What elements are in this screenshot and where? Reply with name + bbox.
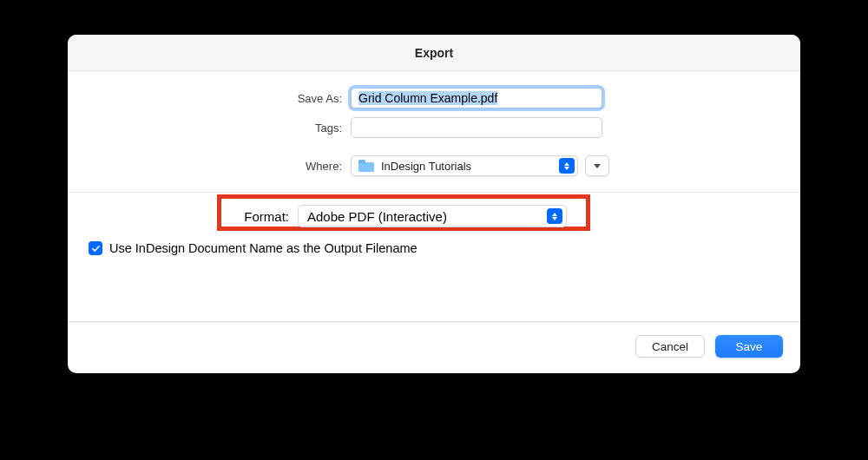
save-as-input[interactable]: [351, 88, 602, 108]
expand-button[interactable]: [585, 155, 609, 176]
save-as-label: Save As:: [89, 92, 351, 105]
cancel-button[interactable]: Cancel: [635, 335, 705, 358]
dialog-title: Export: [415, 46, 453, 60]
updown-stepper-icon: [559, 158, 575, 174]
format-row: Format: Adobe PDF (Interactive): [89, 205, 779, 227]
cancel-button-label: Cancel: [652, 340, 688, 353]
format-label: Format:: [89, 209, 298, 224]
output-filename-checkbox[interactable]: [89, 241, 102, 255]
format-checkbox-section: Format: Adobe PDF (Interactive) Use InDe…: [68, 193, 800, 269]
format-value: Adobe PDF (Interactive): [307, 209, 561, 224]
where-folder-select[interactable]: InDesign Tutorials: [351, 155, 578, 176]
tags-input[interactable]: [351, 117, 602, 138]
output-filename-checkbox-row: Use InDesign Document Name as the Output…: [89, 241, 779, 255]
export-dialog: Export Save As: Tags: Where: InDesign Tu…: [68, 35, 800, 373]
format-select[interactable]: Adobe PDF (Interactive): [298, 205, 567, 227]
output-filename-checkbox-label: Use InDesign Document Name as the Output…: [109, 241, 418, 255]
where-row: Where: InDesign Tutorials: [89, 155, 779, 176]
dialog-buttons: Cancel Save: [68, 322, 800, 373]
checkmark-icon: [91, 244, 101, 253]
folder-icon: [358, 160, 374, 172]
tags-label: Tags:: [89, 122, 351, 135]
save-button[interactable]: Save: [715, 335, 783, 358]
save-as-row: Save As:: [89, 88, 779, 108]
save-button-label: Save: [736, 340, 763, 353]
tags-row: Tags:: [89, 117, 779, 138]
file-options-section: Save As: Tags: Where: InDesign Tutorials: [68, 71, 800, 192]
where-folder-name: InDesign Tutorials: [381, 160, 574, 173]
chevron-down-icon: [594, 164, 601, 168]
where-label: Where:: [89, 160, 351, 173]
updown-stepper-icon: [547, 208, 562, 224]
dialog-titlebar: Export: [68, 35, 800, 71]
